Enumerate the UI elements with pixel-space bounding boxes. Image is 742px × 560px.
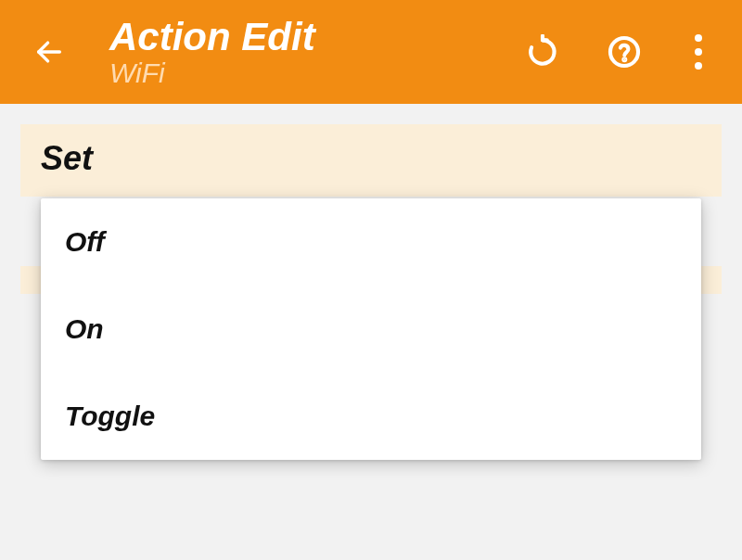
back-button[interactable] xyxy=(28,31,70,73)
overflow-dot-icon xyxy=(695,62,702,70)
overflow-dot-icon xyxy=(695,34,702,42)
content-area: Set Off On Toggle xyxy=(0,104,742,197)
action-bar xyxy=(521,31,712,73)
arrow-back-icon xyxy=(33,36,65,68)
option-on[interactable]: On xyxy=(41,286,701,373)
set-dropdown-menu: Off On Toggle xyxy=(41,198,701,460)
option-off[interactable]: Off xyxy=(41,198,701,286)
page-subtitle: WiFi xyxy=(109,57,521,88)
app-bar: Action Edit WiFi xyxy=(0,0,742,104)
overflow-dot-icon xyxy=(695,48,702,56)
section-set-header: Set xyxy=(20,124,722,197)
svg-point-2 xyxy=(623,58,625,60)
page-title: Action Edit xyxy=(109,16,521,58)
title-block: Action Edit WiFi xyxy=(109,16,521,87)
option-toggle[interactable]: Toggle xyxy=(41,373,701,460)
help-icon xyxy=(607,34,642,70)
undo-icon xyxy=(525,34,560,70)
overflow-menu-button[interactable] xyxy=(684,31,712,73)
undo-button[interactable] xyxy=(521,31,564,73)
help-button[interactable] xyxy=(603,31,646,73)
